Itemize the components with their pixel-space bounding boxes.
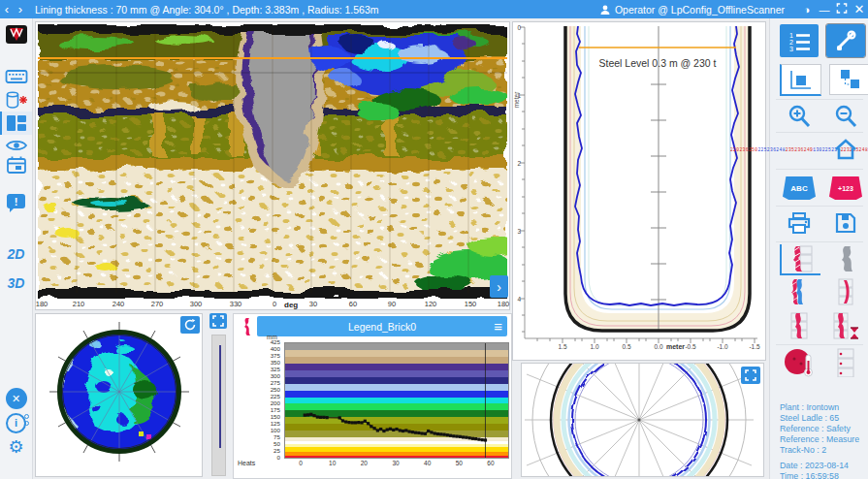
vertical-section-view: 0 1 2 3 4 meter 1.5 1.0 0.5 0.0 -0.5 -1.… (513, 22, 765, 360)
info-line: Date : 2023-08-14 (780, 461, 867, 471)
info-line: Track-No : 2 (780, 445, 867, 456)
save-button[interactable] (826, 208, 865, 238)
layout-button[interactable] (0, 112, 32, 135)
info-line: Reference : Safety (780, 424, 867, 434)
wear-profile-hatched-button[interactable] (780, 244, 820, 275)
legend-title-bar[interactable]: Legend_Brick0 ≡ (257, 316, 507, 336)
numeric-labels-button[interactable]: +123 (826, 174, 865, 203)
title-bar: ‹ › Lining thickness : 70 mm @ Angle: 30… (0, 0, 868, 18)
nav-forward-icon[interactable]: › (14, 0, 27, 18)
svg-text:!: ! (15, 195, 18, 207)
vertical-section-panel[interactable]: 0 1 2 3 4 meter 1.5 1.0 0.5 0.0 -0.5 -1.… (512, 21, 766, 361)
app-logo (0, 22, 32, 48)
tools-button[interactable] (826, 24, 865, 57)
right-toolbar: 123 220236250 2 (769, 18, 868, 479)
home-view-button[interactable] (826, 135, 865, 164)
degree-axis-label: deg (284, 301, 298, 309)
svg-text:2: 2 (789, 39, 793, 46)
info-line: Reference : Measure (780, 434, 867, 445)
print-button[interactable] (780, 208, 819, 238)
measurement-list-button[interactable]: 123 (780, 24, 819, 57)
section-x-axis-label: meter (666, 343, 685, 350)
nav-back-icon[interactable]: ‹ (0, 0, 14, 18)
single-view-button[interactable] (780, 64, 821, 96)
wear-band-button[interactable] (780, 311, 819, 340)
close-button[interactable]: ✕ (851, 2, 868, 16)
marker-yellow (139, 431, 144, 436)
multi-view-button[interactable] (829, 64, 868, 95)
svg-text:1.5: 1.5 (558, 343, 566, 350)
abc-labels-button[interactable]: ABC (780, 174, 819, 203)
info-line: Plant : Irontown (780, 402, 867, 413)
depth-scroll-strip (206, 313, 231, 477)
menu-icon[interactable]: ≡ (494, 316, 502, 336)
legend-x-axis: 0 10 20 30 40 50 60 (284, 460, 507, 469)
zoom-out-button[interactable] (826, 102, 865, 131)
fullscreen-button[interactable] (209, 313, 227, 329)
measurement-info: Plant : Irontown Steel Ladle : 65 Refere… (780, 402, 867, 479)
app-window: ‹ › Lining thickness : 70 mm @ Angle: 30… (0, 0, 868, 479)
legend-title: Legend_Brick0 (348, 321, 416, 333)
info-line: Time : 16:59:58 (780, 471, 867, 479)
trend-line-chart (285, 343, 508, 458)
wear-history-button[interactable] (826, 311, 865, 340)
svg-text:-1.0: -1.0 (717, 343, 728, 350)
svg-text:0.0: 0.0 (654, 343, 662, 350)
close-session-button[interactable]: ✕ (0, 387, 32, 410)
svg-text:0: 0 (517, 24, 521, 31)
ladle-scan-button[interactable] (0, 89, 32, 111)
left-toolbar: ! 2D 3D ✕ i ⚙ (0, 18, 33, 479)
next-view-button[interactable]: › (490, 275, 508, 298)
view-3d-button[interactable]: 3D (0, 274, 32, 292)
marker-magenta (146, 434, 151, 439)
legend-y-axis: 4254003753503253002752502252001751501251… (241, 338, 280, 454)
info-button[interactable]: i (0, 412, 32, 433)
bottom-polar-view-panel[interactable] (35, 313, 203, 477)
wear-contour-map-panel[interactable]: 180 210 240 270 300 330 0 30 60 90 120 1… (35, 21, 510, 310)
zoom-in-button[interactable] (780, 102, 819, 131)
svg-text:-0.5: -0.5 (685, 343, 696, 350)
section-y-axis-label: meter (513, 91, 520, 108)
svg-text:1.0: 1.0 (590, 343, 598, 350)
wear-trend-chart[interactable] (284, 342, 509, 459)
measurement-status: Lining thickness : 70 mm @ Angle: 304.0°… (35, 4, 379, 16)
alerts-button[interactable]: ! (0, 191, 32, 214)
svg-text:0.5: 0.5 (622, 343, 630, 350)
svg-text:4: 4 (517, 296, 521, 303)
bottom-polar-view (36, 314, 202, 476)
svg-text:3: 3 (517, 228, 521, 235)
svg-text:3: 3 (789, 46, 793, 52)
horizontal-section-panel[interactable] (521, 363, 764, 477)
info-line: Steel Ladle : 65 (780, 413, 867, 424)
svg-text:1: 1 (789, 32, 793, 39)
rotate-view-button[interactable] (180, 316, 200, 334)
depth-scrollbar[interactable] (211, 335, 226, 476)
steel-level-label: Steel Level 0.3 m @ 230 t (599, 57, 717, 69)
wear-profile-compare-button[interactable] (780, 277, 819, 306)
view-2d-button[interactable]: 2D (0, 245, 32, 263)
wear-contour-map[interactable] (38, 24, 507, 299)
operator-info: Operator @ LpConfig_OfflineScanner (599, 4, 785, 16)
legend-x-axis-label: Heats (238, 460, 255, 466)
degree-axis: 180 210 240 270 300 330 0 30 60 90 120 1… (38, 300, 507, 311)
display-settings-icon[interactable]: ◑ (798, 4, 816, 16)
user-icon (599, 4, 611, 16)
minimize-button[interactable]: — (816, 4, 833, 16)
wear-profile-single-button[interactable] (826, 277, 865, 306)
view-eye-button[interactable] (0, 136, 32, 155)
wear-profile-gray-button[interactable] (828, 244, 867, 273)
legend-trend-panel: Legend_Brick0 ≡ mm 425400375350325300275… (233, 313, 512, 479)
svg-text:-1.5: -1.5 (749, 343, 760, 350)
temperature-sphere-button[interactable] (780, 348, 819, 377)
measure-points-button[interactable] (826, 348, 865, 377)
brick-profile-icon (240, 317, 253, 336)
fullscreen-button[interactable] (741, 367, 760, 384)
calendar-button[interactable] (0, 154, 32, 176)
svg-text:2: 2 (517, 160, 521, 167)
restore-button[interactable] (833, 3, 851, 16)
keyboard-button[interactable] (0, 66, 32, 87)
horizontal-section-view (522, 364, 763, 476)
settings-gear-icon[interactable]: ⚙ (0, 435, 32, 459)
values-table-button[interactable]: 220236250 225236248 235236249 130225236 … (780, 135, 819, 164)
